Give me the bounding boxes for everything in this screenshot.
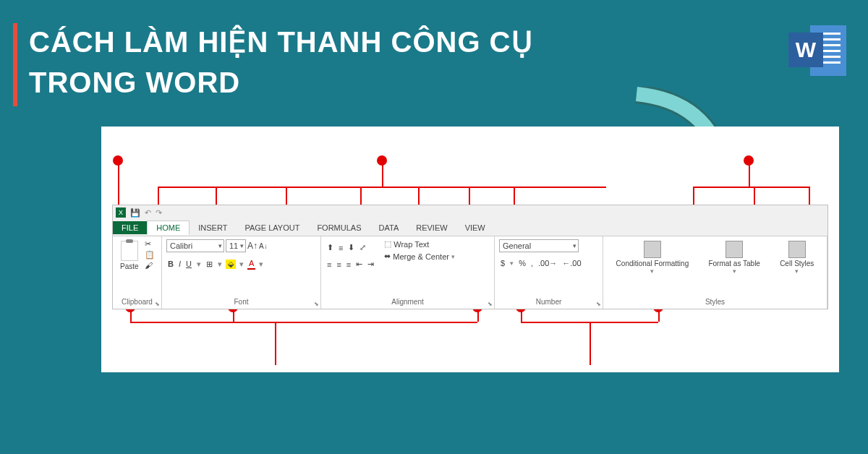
word-logo: W [788, 22, 846, 80]
launcher-icon[interactable]: ⬊ [155, 301, 160, 307]
align-left-icon[interactable]: ≡ [326, 260, 333, 270]
title-line1: CÁCH LÀM HIỆN THANH CÔNG CỤ [29, 26, 533, 58]
increase-decimal-icon[interactable]: .00→ [537, 258, 558, 268]
tab-review[interactable]: REVIEW [407, 221, 456, 234]
ribbon: X 💾 ↶ ↷ FILE HOME INSERT PAGE LAYOUT FOR… [112, 205, 828, 309]
italic-button[interactable]: I [177, 259, 182, 269]
wrap-text-icon: ⬚ [384, 239, 391, 249]
format-table-icon [726, 241, 743, 258]
format-table-label: Format as Table [708, 260, 760, 267]
format-as-table-button[interactable]: Format as Table ▾ [705, 239, 763, 296]
border-icon[interactable]: ⊞ [205, 259, 214, 270]
wrap-text-label: Wrap Text [393, 240, 429, 249]
font-size-combo[interactable]: 11 [226, 239, 246, 252]
decrease-decimal-icon[interactable]: ←.00 [561, 258, 582, 268]
align-right-icon[interactable]: ≡ [345, 260, 352, 270]
conditional-formatting-icon [644, 241, 661, 258]
tab-formulas[interactable]: FORMULAS [308, 221, 370, 234]
font-name-combo[interactable]: Calibri [166, 239, 224, 252]
format-painter-icon[interactable]: 🖌 [145, 261, 155, 270]
merge-center-button[interactable]: ⬌ Merge & Center ▾ [384, 252, 455, 261]
conditional-formatting-button[interactable]: Conditional Formatting ▾ [613, 239, 692, 296]
tab-data[interactable]: DATA [370, 221, 408, 234]
redo-icon[interactable]: ↷ [156, 208, 162, 218]
increase-font-icon[interactable]: A↑ [247, 241, 258, 251]
callout-line [590, 322, 591, 365]
underline-button[interactable]: U [184, 259, 193, 269]
merge-label: Merge & Center [393, 252, 449, 261]
clipboard-label: Clipboard [117, 296, 157, 307]
orientation-icon[interactable]: ⤢ [358, 242, 367, 253]
tab-insert[interactable]: INSERT [190, 221, 236, 234]
font-label: Font [166, 296, 316, 307]
align-bottom-icon[interactable]: ⬇ [346, 242, 356, 253]
callout-line [693, 187, 809, 188]
indent-decrease-icon[interactable]: ⇤ [354, 259, 364, 270]
align-middle-icon[interactable]: ≡ [337, 243, 344, 253]
number-format-combo[interactable]: General [499, 239, 579, 252]
undo-icon[interactable]: ↶ [145, 208, 151, 218]
alignment-label: Alignment [326, 296, 490, 307]
group-number: General $ ▾ % , .00→ ←.00 Number ⬊ [495, 236, 603, 309]
launcher-icon[interactable]: ⬊ [314, 301, 319, 307]
tab-home[interactable]: HOME [147, 220, 190, 235]
group-alignment: ⬆ ≡ ⬇ ⤢ ≡ ≡ ≡ ⇤ ⇥ ⬚ [321, 236, 495, 309]
currency-button[interactable]: $ [499, 258, 506, 268]
callout-line [275, 322, 276, 365]
ribbon-tabs: FILE HOME INSERT PAGE LAYOUT FORMULAS DA… [113, 220, 494, 236]
tab-file[interactable]: FILE [113, 221, 147, 234]
styles-label: Styles [608, 296, 822, 307]
excel-icon: X [116, 207, 126, 218]
font-color-icon[interactable]: A [247, 258, 255, 270]
number-label: Number [499, 296, 598, 307]
group-font: Calibri 11 A↑ A↓ B I U ▾ ⊞ ▾ ⬙ ▾ A ▾ [162, 236, 321, 309]
cell-styles-icon [788, 241, 806, 258]
align-center-icon[interactable]: ≡ [335, 260, 342, 270]
copy-icon[interactable]: 📋 [145, 250, 155, 260]
launcher-icon[interactable]: ⬊ [488, 301, 493, 307]
percent-button[interactable]: % [517, 258, 527, 268]
comma-button[interactable]: , [529, 258, 535, 268]
word-badge: W [788, 33, 823, 67]
ribbon-groups: Paste ✂ 📋 🖌 Clipboard ⬊ Calibri 11 A↑ A↓ [113, 236, 827, 309]
paste-button[interactable]: Paste [117, 239, 142, 296]
callout-line [158, 187, 606, 188]
page-title: CÁCH LÀM HIỆN THANH CÔNG CỤ TRONG WORD [29, 22, 680, 103]
quick-access-toolbar: X 💾 ↶ ↷ [116, 207, 162, 218]
paste-label: Paste [120, 262, 139, 270]
callout-dot [744, 155, 754, 166]
tab-view[interactable]: VIEW [456, 221, 494, 234]
decrease-font-icon[interactable]: A↓ [259, 242, 268, 250]
cell-styles-label: Cell Styles [780, 260, 814, 267]
merge-icon: ⬌ [384, 252, 391, 261]
cut-icon[interactable]: ✂ [145, 239, 155, 249]
tab-page-layout[interactable]: PAGE LAYOUT [236, 221, 308, 234]
title-line2: TRONG WORD [29, 67, 240, 98]
launcher-icon[interactable]: ⬊ [596, 301, 601, 307]
align-top-icon[interactable]: ⬆ [326, 242, 335, 253]
accent-bar [13, 23, 17, 106]
callout-line [130, 322, 477, 323]
bold-button[interactable]: B [166, 259, 175, 269]
conditional-label: Conditional Formatting [616, 260, 689, 267]
cell-styles-button[interactable]: Cell Styles ▾ [777, 239, 817, 296]
fill-color-icon[interactable]: ⬙ [226, 260, 236, 269]
callout-line [118, 160, 119, 207]
indent-increase-icon[interactable]: ⇥ [366, 259, 375, 270]
callout-dot [377, 155, 387, 166]
callout-dot [113, 155, 123, 166]
clipboard-icon [121, 241, 138, 261]
save-icon[interactable]: 💾 [130, 208, 140, 218]
group-clipboard: Paste ✂ 📋 🖌 Clipboard ⬊ [113, 236, 162, 309]
wrap-text-button[interactable]: ⬚ Wrap Text [384, 239, 455, 249]
group-styles: Conditional Formatting ▾ Format as Table… [603, 236, 827, 309]
